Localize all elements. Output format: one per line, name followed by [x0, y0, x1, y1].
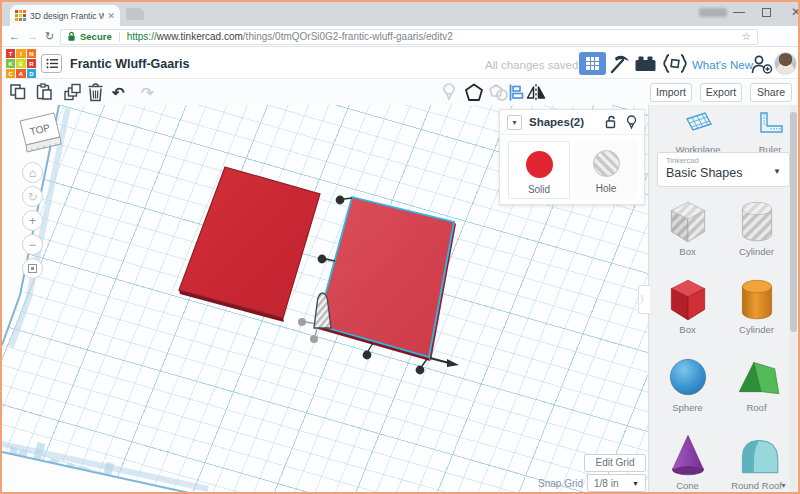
- ungroup-icon[interactable]: [488, 83, 509, 102]
- shape-library-sidebar: 〉 Workplane Ruler Tinkercad Basic Shapes…: [648, 105, 798, 492]
- edit-grid-button[interactable]: Edit Grid: [584, 454, 646, 472]
- list-icon: [46, 58, 58, 69]
- home-view-button[interactable]: ⌂: [22, 162, 43, 183]
- forward-icon[interactable]: →: [27, 30, 38, 42]
- workplane-tool[interactable]: Workplane: [663, 110, 733, 155]
- hole-swatch: [593, 150, 620, 177]
- shape-cone[interactable]: Cone: [656, 429, 719, 494]
- fit-view-button[interactable]: [22, 258, 43, 279]
- redo-button[interactable]: ↷: [141, 83, 154, 102]
- browser-address-bar: ← → ↻ Secure https://www.tinkercad.com/t…: [2, 26, 798, 47]
- zoom-in-button[interactable]: +: [22, 210, 43, 231]
- refresh-icon[interactable]: ↻: [45, 30, 54, 43]
- hole-label: Hole: [596, 183, 617, 194]
- shape-gallery: Box Cylinder Box: [656, 195, 788, 494]
- snap-grid-label: Snap Grid: [538, 478, 583, 489]
- collapse-panel-button[interactable]: ▼: [507, 115, 522, 130]
- library-brand: Tinkercad: [666, 156, 781, 165]
- workplane-icon: [682, 110, 714, 138]
- sphere-icon: [664, 351, 712, 401]
- new-tab-button[interactable]: [126, 8, 144, 20]
- save-status: All changes saved: [485, 59, 578, 71]
- dashboard-grid-button[interactable]: [579, 52, 606, 75]
- secure-label: Secure: [80, 31, 112, 42]
- mirror-icon[interactable]: [526, 83, 546, 102]
- grid-icon: [586, 57, 599, 70]
- whats-new-link[interactable]: What's New: [692, 59, 753, 71]
- cylinder-orange-icon: [733, 273, 781, 323]
- url-field[interactable]: Secure https://www.tinkercad.com/things/…: [60, 29, 758, 45]
- shape-box-red[interactable]: Box: [656, 273, 719, 346]
- window-close-button[interactable]: ✕: [788, 5, 800, 19]
- view-cube[interactable]: TOP: [12, 107, 66, 161]
- share-button[interactable]: Share: [750, 83, 792, 102]
- editor-toolbar: ↶ ↷ Import Export Share: [2, 80, 798, 105]
- sidebar-scrollbar-thumb[interactable]: [790, 112, 797, 332]
- tinkercad-favicon: [15, 10, 26, 21]
- solid-label: Solid: [528, 184, 550, 195]
- zoom-out-button[interactable]: −: [22, 234, 43, 255]
- window-minimize-button[interactable]: —: [731, 5, 747, 19]
- show-hide-icon[interactable]: [626, 115, 637, 130]
- red-plate-right-selected[interactable]: [317, 197, 456, 361]
- ruler-icon: [755, 110, 785, 138]
- url-path: /things/0tmQOrSi0G2-frantic-wluff-gaaris…: [243, 31, 453, 42]
- shape-roof[interactable]: Roof: [725, 351, 788, 424]
- duplicate-icon[interactable]: [63, 83, 82, 102]
- shape-round-roof[interactable]: Round Roof: [725, 429, 788, 494]
- shapes-panel-title: Shapes(2): [529, 116, 605, 128]
- tab-title: 3D design Frantic Wluff-: [30, 11, 104, 21]
- solid-option[interactable]: Solid: [508, 141, 570, 199]
- tab-close-icon[interactable]: ✕: [107, 11, 115, 21]
- tinkercad-header: TIN KER CAD Frantic Wluff-Gaaris All cha…: [2, 48, 798, 79]
- omnibox-divider: [119, 32, 120, 42]
- shape-box-hole[interactable]: Box: [656, 195, 719, 268]
- browser-window: 3D design Frantic Wluff- ✕ — ✕ ← → ↻ Sec…: [0, 0, 800, 494]
- url-scheme: https://: [127, 31, 157, 42]
- red-plate-left[interactable]: [179, 167, 320, 322]
- snap-grid-dropdown[interactable]: 1/8 in ▼: [587, 474, 646, 492]
- add-user-icon[interactable]: [751, 55, 773, 74]
- browser-tab[interactable]: 3D design Frantic Wluff- ✕: [10, 5, 120, 26]
- scroll-down-caret[interactable]: ▼: [780, 482, 787, 489]
- align-icon[interactable]: [508, 83, 524, 102]
- workplane-drop-icon[interactable]: [442, 83, 456, 102]
- minecraft-pickaxe-icon[interactable]: [608, 54, 630, 74]
- sidebar-collapse-handle[interactable]: 〉: [638, 285, 650, 314]
- cone-icon: [664, 429, 712, 479]
- import-button[interactable]: Import: [650, 83, 692, 102]
- lego-brick-icon[interactable]: [635, 56, 656, 72]
- undo-button[interactable]: ↶: [112, 83, 125, 102]
- shapes-panel-header: ▼ Shapes(2): [500, 110, 644, 135]
- window-title-blurred: [699, 8, 727, 17]
- copy-icon[interactable]: [9, 83, 27, 101]
- group-icon[interactable]: [464, 83, 484, 102]
- paste-icon[interactable]: [35, 83, 53, 101]
- hole-option[interactable]: Hole: [575, 141, 637, 199]
- design-title: Frantic Wluff-Gaaris: [70, 57, 189, 71]
- codeblocks-icon[interactable]: [662, 53, 688, 74]
- caret-down-icon: ▼: [632, 480, 639, 487]
- padlock-icon: [67, 31, 76, 42]
- round-roof-icon: [733, 429, 781, 479]
- delete-icon[interactable]: [87, 83, 104, 102]
- box-hole-icon: [664, 195, 712, 245]
- unlock-icon[interactable]: [605, 115, 617, 129]
- fit-view-icon: [28, 264, 37, 273]
- back-icon[interactable]: ←: [9, 30, 20, 42]
- shape-cylinder-hole[interactable]: Cylinder: [725, 195, 788, 268]
- shape-sphere[interactable]: Sphere: [656, 351, 719, 424]
- shapes-inspector-panel: ▼ Shapes(2) Solid Hole: [499, 109, 645, 205]
- roof-icon: [733, 351, 781, 401]
- design-menu-button[interactable]: [41, 54, 62, 73]
- bookmark-star-icon[interactable]: ☆: [741, 30, 751, 43]
- url-host: www.tinkercad.com: [157, 31, 243, 42]
- shape-cylinder-orange[interactable]: Cylinder: [725, 273, 788, 346]
- tinkercad-logo[interactable]: TIN KER CAD: [6, 49, 36, 78]
- export-button[interactable]: Export: [700, 83, 742, 102]
- shape-library-dropdown[interactable]: Tinkercad Basic Shapes ▼: [657, 152, 790, 187]
- window-maximize-button[interactable]: [762, 8, 771, 17]
- solid-swatch: [526, 151, 553, 178]
- orbit-view-button[interactable]: ↻: [22, 186, 43, 207]
- user-avatar[interactable]: [774, 52, 797, 75]
